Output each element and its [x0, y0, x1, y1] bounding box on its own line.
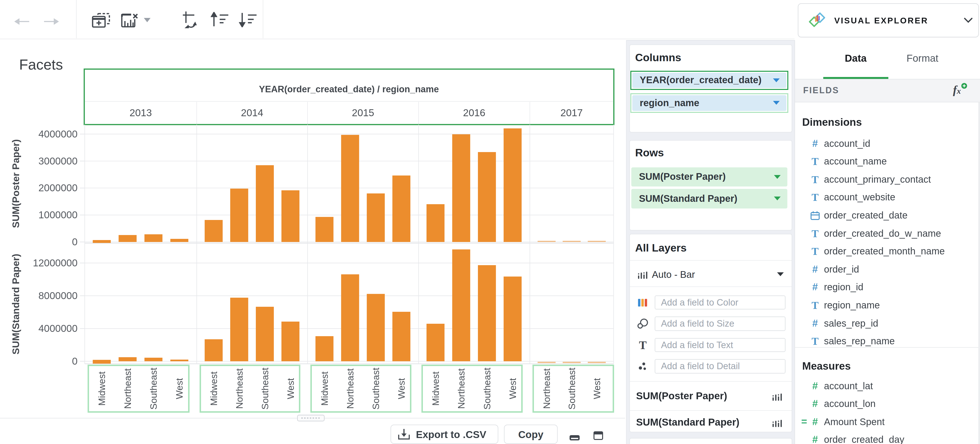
svg-text:SUM(Standard Paper): SUM(Standard Paper)	[10, 254, 21, 354]
svg-text:West: West	[508, 378, 518, 399]
svg-text:0: 0	[72, 355, 78, 367]
svg-text:Midwest: Midwest	[431, 371, 441, 406]
svg-text:West: West	[285, 378, 296, 399]
svg-text:Northeast: Northeast	[542, 368, 552, 409]
svg-text:1000000: 1000000	[38, 209, 78, 220]
svg-text:West: West	[592, 378, 602, 399]
svg-text:Southeast: Southeast	[482, 368, 492, 410]
svg-text:West: West	[174, 378, 185, 399]
svg-text:Midwest: Midwest	[97, 371, 107, 406]
svg-text:Northeast: Northeast	[234, 368, 245, 409]
svg-text:Facets: Facets	[19, 56, 63, 73]
svg-text:Northeast: Northeast	[123, 368, 133, 409]
svg-text:2015: 2015	[352, 107, 374, 118]
svg-text:Southeast: Southeast	[260, 368, 270, 410]
svg-text:2014: 2014	[241, 107, 263, 118]
svg-text:4000000: 4000000	[38, 323, 78, 334]
svg-text:West: West	[396, 378, 407, 399]
svg-text:2016: 2016	[463, 107, 485, 118]
svg-text:2017: 2017	[560, 107, 583, 118]
svg-text:3000000: 3000000	[38, 155, 78, 166]
svg-text:Midwest: Midwest	[320, 371, 330, 406]
svg-text:Northeast: Northeast	[456, 368, 466, 409]
svg-text:2000000: 2000000	[38, 182, 78, 193]
svg-text:2013: 2013	[129, 107, 152, 118]
svg-text:0: 0	[72, 236, 78, 247]
svg-text:Southeast: Southeast	[371, 368, 381, 410]
svg-text:Southeast: Southeast	[148, 368, 159, 410]
svg-text:4000000: 4000000	[38, 128, 78, 140]
svg-text:SUM(Poster Paper): SUM(Poster Paper)	[10, 139, 21, 228]
svg-text:Northeast: Northeast	[345, 368, 355, 409]
svg-text:12000000: 12000000	[33, 257, 78, 268]
svg-text:Midwest: Midwest	[209, 371, 219, 406]
svg-text:YEAR(order_created_date) / reg: YEAR(order_created_date) / region_name	[259, 84, 439, 94]
svg-text:Southeast: Southeast	[567, 368, 577, 410]
svg-text:8000000: 8000000	[38, 290, 78, 301]
